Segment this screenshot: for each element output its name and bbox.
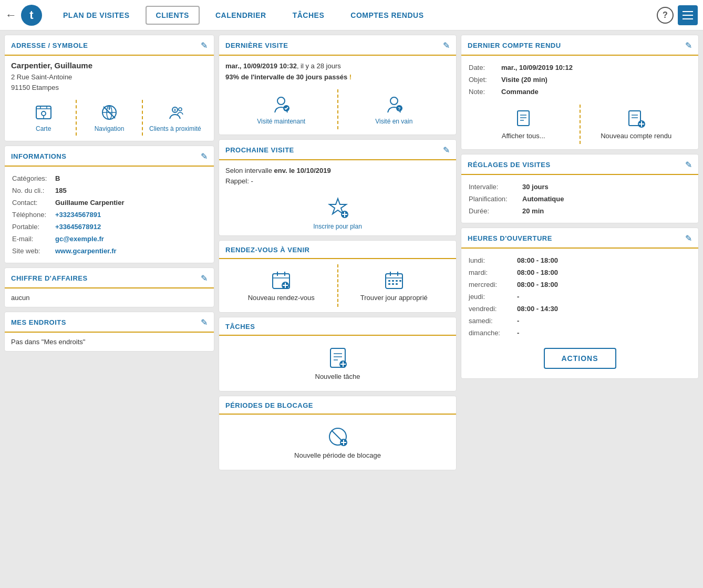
new-rdv-button[interactable]: Nouveau rendez-vous [225, 264, 338, 307]
prochaine-visite-edit-icon[interactable]: ✎ [443, 145, 450, 155]
cr-value-objet: Visite (20 min) [501, 74, 691, 85]
new-task-label: Nouvelle tâche [315, 373, 360, 380]
visite-maintenant-button[interactable]: Visité maintenant [225, 89, 338, 129]
find-day-button[interactable]: Trouver jour approprié [338, 264, 450, 307]
taches-card: TÂCHES Nouvell [219, 317, 457, 391]
dernier-cr-body: Date: mar., 10/09/2019 10:12 Objet: Visi… [461, 56, 698, 149]
heure-label-mercredi: mercredi: [469, 279, 516, 290]
chiffre-card-header: CHIFFRE D'AFFAIRES ✎ [5, 268, 214, 288]
info-label-telephone: Téléphone: [12, 209, 54, 220]
actions-button[interactable]: ACTIONS [544, 348, 616, 369]
nav-comptes-rendus[interactable]: COMPTES RENDUS [340, 6, 434, 25]
address-edit-icon[interactable]: ✎ [201, 40, 208, 50]
visite-en-vain-label: Visité en vain [375, 118, 412, 125]
address-card-header: ADRESSE / SYMBOLE ✎ [5, 35, 214, 56]
taches-card-body: Nouvelle tâche [219, 336, 456, 391]
back-button[interactable]: ← [5, 8, 17, 22]
new-rdv-icon [271, 270, 292, 291]
svg-rect-33 [388, 283, 390, 285]
afficher-tous-button[interactable]: Afficher tous... [468, 105, 581, 144]
svg-point-10 [277, 97, 285, 105]
derniere-visite-edit-icon[interactable]: ✎ [443, 40, 450, 50]
help-button[interactable]: ? [657, 7, 674, 24]
left-column: ADRESSE / SYMBOLE ✎ Carpentier, Guillaum… [4, 35, 214, 584]
reglages-edit-icon[interactable]: ✎ [685, 160, 692, 170]
informations-card-body: Catégories: B No. du cli.: 185 Contact: … [5, 167, 214, 263]
address-card: ADRESSE / SYMBOLE ✎ Carpentier, Guillaum… [4, 35, 214, 141]
derniere-visite-warn: ! [349, 73, 352, 81]
heure-label-jeudi: jeudi: [469, 291, 516, 302]
visited-now-icon [271, 94, 292, 115]
nav-right: ? [657, 5, 698, 25]
prochaine-visite-card: PROCHAINE VISITE ✎ Selon intervalle env.… [219, 139, 457, 236]
rdv-icons: Nouveau rendez-vous [225, 264, 450, 307]
nav-plan-de-visites[interactable]: PLAN DE VISITES [53, 6, 140, 25]
informations-card-title: INFORMATIONS [11, 152, 66, 160]
informations-card: INFORMATIONS ✎ Catégories: B No. du cli.… [4, 146, 214, 263]
heures-edit-icon[interactable]: ✎ [685, 233, 692, 243]
derniere-visite-icons: Visité maintenant ? Visité en vain [225, 89, 450, 129]
derniere-visite-date-rest: , il y a 28 jours [297, 62, 341, 70]
rdv-card: RENDEZ-VOUS À VENIR [219, 240, 457, 313]
new-task-button[interactable]: Nouvelle tâche [225, 341, 450, 386]
reglages-table: Intervalle: 30 jours Planification: Auto… [468, 180, 692, 218]
clients-nearby-label: Clients à proximité [149, 125, 201, 132]
nav-calendrier[interactable]: CALENDRIER [205, 6, 277, 25]
dernier-cr-table: Date: mar., 10/09/2019 10:12 Objet: Visi… [468, 61, 692, 98]
chiffre-edit-icon[interactable]: ✎ [201, 273, 208, 283]
heure-label-mardi: mardi: [469, 267, 516, 278]
navigation-button[interactable]: Navigation [77, 100, 142, 136]
dernier-cr-card: DERNIER COMPTE RENDU ✎ Date: mar., 10/09… [461, 35, 699, 150]
address-card-title: ADRESSE / SYMBOLE [11, 42, 88, 49]
svg-rect-32 [396, 280, 398, 282]
informations-table: Catégories: B No. du cli.: 185 Contact: … [11, 172, 208, 257]
inscrire-plan-button[interactable]: Inscrire pour plan [225, 195, 450, 230]
info-value-website[interactable]: www.gcarpentier.fr [55, 245, 206, 256]
clients-nearby-button[interactable]: 8 Clients à proximité [143, 100, 208, 136]
nav-taches[interactable]: TÂCHES [282, 6, 335, 25]
informations-edit-icon[interactable]: ✎ [201, 151, 208, 161]
inscrire-plan-label: Inscrire pour plan [313, 223, 362, 230]
info-label-categories: Catégories: [12, 173, 54, 184]
main-content: ADRESSE / SYMBOLE ✎ Carpentier, Guillaum… [0, 30, 703, 588]
subscribe-plan-icon [326, 195, 350, 220]
new-period-button[interactable]: Nouvelle période de blocage [225, 420, 450, 465]
rdv-card-title: RENDEZ-VOUS À VENIR [225, 246, 309, 254]
heure-row-vendredi: vendredi: 08:00 - 14:30 [469, 303, 691, 314]
info-label-website: Site web: [12, 245, 54, 256]
dernier-cr-edit-icon[interactable]: ✎ [685, 40, 692, 50]
heure-row-dimanche: dimanche: - [469, 327, 691, 338]
cr-label-objet: Objet: [469, 74, 500, 85]
heure-label-dimanche: dimanche: [469, 327, 516, 338]
derniere-visite-title: DERNIÈRE VISITE [225, 42, 288, 49]
new-rdv-label: Nouveau rendez-vous [248, 294, 315, 302]
new-period-icon [326, 425, 349, 448]
info-label-email: E-mail: [12, 233, 54, 244]
reg-value-duree: 20 min [522, 205, 691, 216]
nav-clients[interactable]: CLIENTS [146, 6, 200, 25]
chiffre-card-body: aucun [5, 288, 214, 307]
show-all-icon [513, 109, 533, 129]
info-value-client-no: 185 [55, 185, 206, 196]
derniere-visite-card: DERNIÈRE VISITE ✎ mar., 10/09/2019 10:32… [219, 35, 457, 135]
svg-point-8 [179, 108, 182, 111]
prochaine-visite-text: Selon intervalle env. le 10/10/2019 Rapp… [225, 166, 450, 188]
svg-text:?: ? [398, 106, 401, 111]
mes-endroits-edit-icon[interactable]: ✎ [201, 317, 208, 327]
navigation-label: Navigation [95, 125, 125, 132]
info-value-telephone[interactable]: +33234567891 [55, 209, 206, 220]
visite-en-vain-button[interactable]: ? Visité en vain [338, 89, 450, 129]
chiffre-card-title: CHIFFRE D'AFFAIRES [11, 274, 88, 282]
reg-label-intervalle: Intervalle: [469, 181, 521, 192]
client-address2: 91150 Etampes [11, 82, 208, 93]
new-cr-button[interactable]: Nouveau compte rendu [581, 105, 692, 144]
svg-rect-35 [396, 283, 398, 285]
carte-button[interactable]: Carte [11, 100, 77, 136]
menu-button[interactable] [678, 5, 698, 25]
reglages-card-title: RÉGLAGES DE VISITES [468, 161, 551, 169]
svg-rect-49 [518, 111, 529, 126]
mes-endroits-value: Pas dans "Mes endroits" [11, 338, 85, 346]
info-label-client-no: No. du cli.: [12, 185, 54, 196]
info-value-portable[interactable]: +33645678912 [55, 221, 206, 232]
info-value-email[interactable]: gc@exemple.fr [55, 233, 206, 244]
